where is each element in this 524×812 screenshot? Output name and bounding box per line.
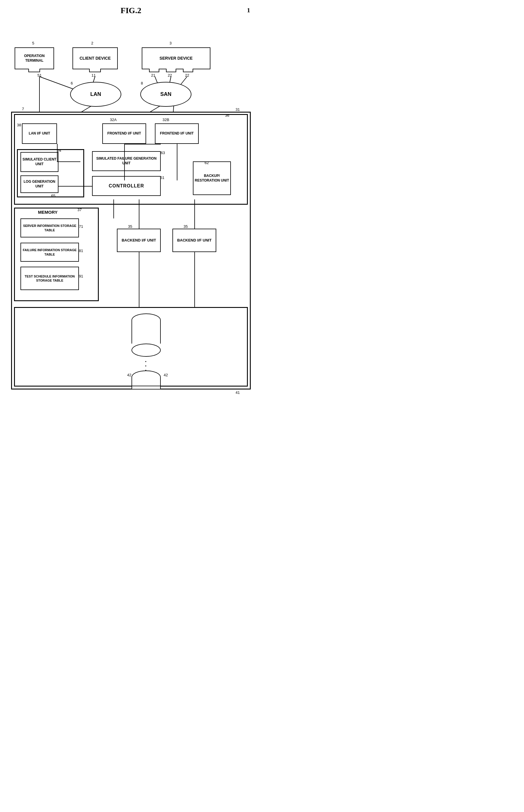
memory-label: MEMORY	[38, 210, 58, 214]
label-35b: 35	[183, 224, 187, 229]
label-81: 81	[79, 249, 83, 253]
diagram: OPERATION TERMINAL 5 CLIENT DEVICE 2 SER…	[6, 18, 256, 398]
test-schedule-table-box: TEST SCHEDULE INFORMATION STORAGE TABLE	[20, 267, 79, 290]
label-63: 63	[161, 150, 165, 155]
failure-info-table-box: FAILURE INFORMATION STORAGE TABLE	[20, 243, 79, 262]
server-info-table-box: SERVER INFORMATION STORAGE TABLE	[20, 219, 79, 237]
label-3: 3	[169, 41, 171, 45]
label-61: 61	[160, 175, 164, 180]
client-device-box: CLIENT DEVICE	[72, 47, 118, 69]
label-2: 2	[91, 41, 93, 45]
label-62: 62	[204, 161, 209, 165]
label-21: 21	[151, 73, 155, 78]
label-71: 71	[79, 224, 83, 229]
figure-title: FIG.2	[6, 6, 256, 15]
frontend-if-unit-a-box: FRONTEND I/F UNIT	[102, 123, 146, 144]
frontend-if-unit-b-box: FRONTEND I/F UNIT	[155, 123, 199, 144]
lan-if-unit-box: LAN I/F UNIT	[22, 123, 57, 144]
label-36: 36	[225, 113, 229, 117]
label-32a: 32A	[110, 117, 117, 122]
simulated-client-unit-box: SIMULATED CLIENT UNIT	[20, 152, 59, 172]
server-device-box: SERVER DEVICE	[142, 47, 210, 69]
label-35a: 35	[128, 224, 132, 229]
backup-restoration-unit-box: BACKUP/ RESTORATION UNIT	[193, 161, 231, 195]
label-8: 8	[141, 81, 143, 85]
backend-if-unit-2-box: BACKEND I/F UNIT	[173, 229, 216, 252]
label-42b: 42	[164, 373, 168, 377]
label-11: 11	[92, 73, 96, 78]
operation-terminal-box: OPERATION TERMINAL	[15, 47, 54, 69]
label-42a: 42	[127, 373, 131, 377]
label-65: 65	[51, 194, 55, 198]
label-22b: 22	[185, 73, 189, 78]
label-51: 51	[37, 73, 42, 78]
label-5: 5	[32, 41, 34, 45]
controller-box: CONTROLLER	[92, 176, 161, 196]
label-22a: 22	[168, 73, 172, 78]
label-32b: 32B	[163, 117, 169, 122]
simulated-failure-unit-box: SIMULATED FAILURE GENERATION UNIT	[92, 151, 161, 171]
label-6: 6	[71, 81, 73, 85]
backend-if-unit-1-box: BACKEND I/F UNIT	[117, 229, 161, 252]
label-31: 31	[235, 107, 240, 112]
log-generation-unit-box: LOG GENERATION UNIT	[20, 175, 59, 193]
san-ellipse: SAN	[140, 82, 192, 107]
label-37: 37	[78, 208, 82, 212]
label-41: 41	[235, 391, 240, 395]
label-91: 91	[79, 274, 83, 278]
label-38: 38	[17, 123, 21, 127]
label-7: 7	[22, 107, 24, 111]
figure-number: 1	[247, 6, 250, 14]
lan-ellipse: LAN	[70, 82, 121, 107]
